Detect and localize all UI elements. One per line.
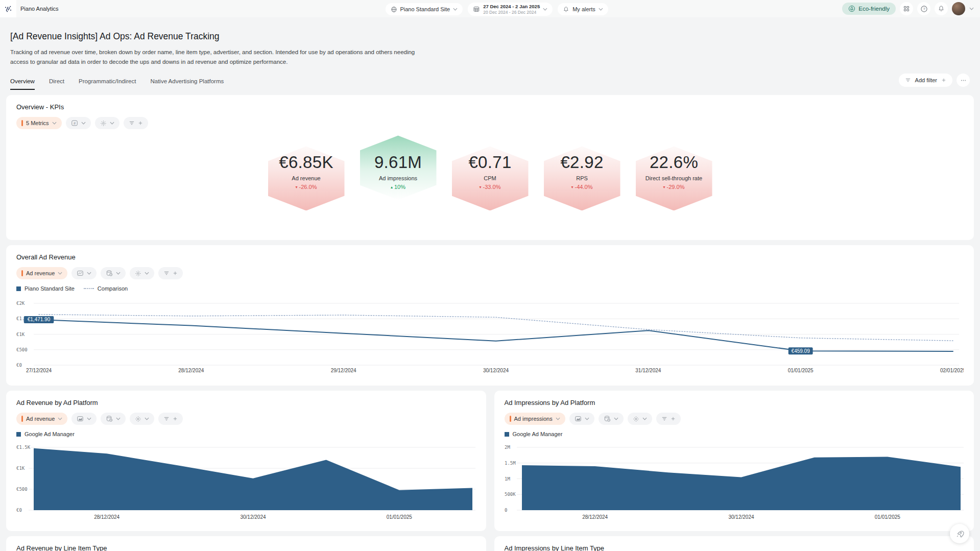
platform-revenue-card: Ad Revenue by Ad Platform Ad revenue Goo… — [6, 391, 486, 531]
plus-icon — [173, 416, 178, 421]
filter-add-pill[interactable] — [158, 267, 183, 279]
overall-revenue-line-chart[interactable]: €2K€1.5K€1K€500€027/12/202428/12/202429/… — [16, 296, 964, 377]
notifications-button[interactable] — [935, 2, 948, 15]
rocket-assistant-button[interactable] — [950, 524, 969, 543]
filter-add-pill[interactable] — [124, 117, 148, 129]
platform-impressions-area-chart[interactable]: 2M1.5M1M500K028/12/202430/12/202401/01/2… — [505, 441, 964, 525]
database-icon — [604, 415, 611, 422]
legend-item-google-ad-manager[interactable]: Google Ad Manager — [505, 431, 563, 437]
add-filter-button[interactable]: Add filter — [899, 74, 952, 87]
topbar-center: Piano Standard Site 27 Dec 2024 - 2 Jan … — [385, 3, 608, 16]
kpi-cpm: €0.71CPM▾-33.0% — [452, 146, 529, 214]
kpi-delta: ▾-26.0% — [268, 184, 345, 190]
svg-text:02/01/2025: 02/01/2025 — [940, 368, 964, 373]
svg-text:€500: €500 — [16, 347, 28, 352]
kpi-section-title: Overview - KPIs — [16, 103, 964, 111]
topbar-right: Eco-friendly ? — [842, 2, 974, 15]
gear-icon — [135, 270, 141, 277]
metric-selector-label: 5 Metrics — [26, 120, 49, 126]
triangle-up-icon: ▴ — [391, 185, 393, 189]
header-actions: Add filter — [899, 74, 970, 90]
my-alerts-label: My alerts — [572, 6, 595, 12]
date-range-picker[interactable]: 27 Dec 2024 - 2 Jan 2025 20 Dec 2024 - 2… — [468, 3, 553, 16]
number-metric-pill[interactable]: # — [66, 117, 91, 129]
tab-direct[interactable]: Direct — [49, 78, 64, 90]
kpi-value: 22.6% — [636, 154, 712, 172]
chevron-down-icon — [110, 122, 114, 125]
area-chart-pill[interactable] — [71, 413, 97, 425]
metric-selector-pill[interactable]: 5 Metrics — [16, 117, 62, 129]
help-button[interactable]: ? — [917, 2, 930, 15]
eco-friendly-badge[interactable]: Eco-friendly — [842, 3, 896, 15]
piano-logo-icon — [4, 5, 12, 13]
svg-text:01/01/2025: 01/01/2025 — [788, 368, 814, 373]
area-chart-icon — [77, 415, 84, 422]
kpi-controls: 5 Metrics# — [16, 117, 964, 129]
metric-selector-pill[interactable]: Ad revenue — [16, 413, 67, 425]
svg-text:2M: 2M — [505, 445, 510, 450]
tab-overview[interactable]: Overview — [10, 78, 35, 90]
chevron-down-icon[interactable] — [969, 7, 974, 10]
platform-revenue-title: Ad Revenue by Ad Platform — [16, 399, 476, 406]
tabs-row: OverviewDirectProgrammatic/IndirectNativ… — [10, 74, 970, 90]
kpi-delta: ▴10% — [360, 184, 437, 190]
legend-item-comparison[interactable]: Comparison — [84, 285, 128, 292]
gear-pill[interactable] — [95, 117, 119, 129]
svg-text:?: ? — [923, 7, 925, 11]
kpi-delta-value: -26.0% — [299, 184, 317, 190]
kpi-value: 9.61M — [360, 154, 437, 172]
tab-native-advertising-platforms[interactable]: Native Advertising Platforms — [150, 78, 224, 90]
tab-programmatic-indirect[interactable]: Programmatic/Indirect — [79, 78, 136, 90]
database-pill[interactable] — [101, 267, 126, 279]
kpi-ad-impressions: 9.61MAd impressions▴10% — [360, 146, 437, 214]
gear-pill[interactable] — [130, 267, 154, 279]
legend-item-piano-standard-site[interactable]: Piano Standard Site — [16, 285, 75, 292]
metric-selector-pill[interactable]: Ad impressions — [505, 413, 565, 425]
site-selector-label: Piano Standard Site — [400, 6, 450, 12]
my-alerts-button[interactable]: My alerts — [558, 3, 608, 15]
gear-pill[interactable] — [628, 413, 652, 425]
kpi-label: Ad revenue — [268, 175, 345, 181]
platform-revenue-area-chart[interactable]: €1.5K€1K€500€028/12/202430/12/202401/01/… — [16, 441, 475, 525]
kpi-delta-value: 10% — [394, 184, 405, 190]
legend-item-google-ad-manager[interactable]: Google Ad Manager — [16, 431, 75, 437]
chevron-down-icon — [58, 417, 62, 420]
user-avatar[interactable] — [952, 2, 965, 15]
gear-pill[interactable] — [130, 413, 154, 425]
triangle-down-icon: ▾ — [663, 185, 665, 189]
tab-bar: OverviewDirectProgrammatic/IndirectNativ… — [10, 78, 224, 90]
apps-grid-icon — [903, 5, 910, 12]
svg-text:500K: 500K — [505, 492, 516, 497]
filter-add-pill[interactable] — [656, 413, 681, 425]
area-chart-pill[interactable] — [569, 413, 594, 425]
plus-icon — [138, 121, 143, 126]
metric-accent-bar — [21, 416, 23, 422]
kpi-delta: ▾-33.0% — [452, 184, 529, 190]
chevron-down-icon — [87, 417, 91, 420]
kpi-label: RPS — [544, 175, 620, 181]
chevron-down-icon — [116, 272, 121, 275]
line-item-impressions-card: Ad Impressions by Line Item Type Ad impr… — [494, 536, 974, 551]
line-item-row: Ad Revenue by Line Item Type Ad revenue … — [6, 536, 974, 551]
filter-icon — [163, 270, 170, 276]
eco-friendly-label: Eco-friendly — [858, 6, 890, 12]
metric-selector-label: Ad revenue — [26, 416, 55, 422]
more-options-button[interactable] — [957, 74, 970, 87]
platform-revenue-controls: Ad revenue — [16, 413, 476, 425]
piano-analytics-logo[interactable] — [0, 0, 16, 17]
svg-text:#: # — [74, 121, 76, 126]
legend-label: Piano Standard Site — [25, 285, 75, 292]
chevron-down-icon — [543, 8, 547, 11]
database-pill[interactable] — [101, 413, 126, 425]
line-chart-pill[interactable] — [71, 267, 97, 279]
metric-selector-pill[interactable]: Ad revenue — [16, 267, 67, 279]
database-pill[interactable] — [599, 413, 624, 425]
apps-grid-button[interactable] — [900, 2, 913, 15]
chevron-down-icon — [116, 417, 121, 420]
kpi-content: 9.61MAd impressions▴10% — [360, 146, 437, 190]
svg-text:31/12/2024: 31/12/2024 — [635, 368, 661, 373]
filter-add-pill[interactable] — [158, 413, 183, 425]
site-selector[interactable]: Piano Standard Site — [385, 3, 463, 15]
kpi-value: €6.85K — [268, 154, 345, 172]
svg-text:€1K: €1K — [16, 332, 25, 337]
